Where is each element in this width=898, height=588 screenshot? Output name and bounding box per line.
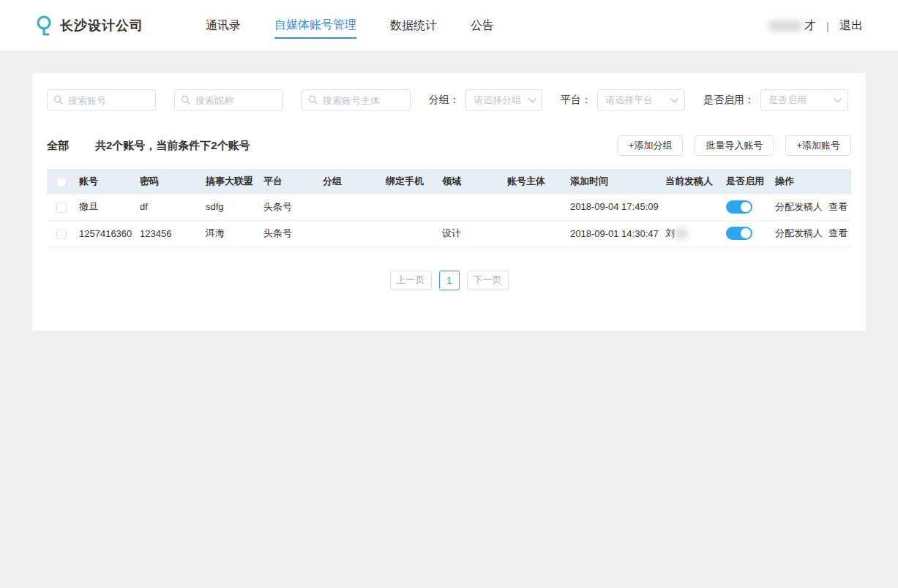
batch-import-button[interactable]: 批量导入账号: [695, 135, 774, 156]
table-header: 账号 密码 搞事大联盟 平台 分组 绑定手机 领域 账号主体 添加时间 当前发稿…: [47, 169, 851, 194]
cell-group: [320, 194, 383, 220]
nav-item-contacts[interactable]: 通讯录: [206, 14, 241, 38]
view-link[interactable]: 查看: [828, 201, 848, 212]
filter-row: 分组： 请选择分组 平台： 请选择平台 是否启用：: [47, 88, 851, 111]
group-filter-label: 分组：: [429, 94, 460, 107]
search-subject-box: [302, 89, 411, 111]
all-tab[interactable]: 全部: [47, 139, 69, 153]
account-count-text: 共2个账号，当前条件下2个账号: [95, 139, 250, 153]
username-visible-text: 才: [804, 18, 816, 34]
cell-field: [439, 194, 504, 220]
search-nickname-input[interactable]: [174, 89, 283, 111]
platform-select[interactable]: 请选择平台: [597, 89, 685, 111]
prev-page-button[interactable]: 上一页: [390, 271, 432, 290]
add-group-button[interactable]: +添加分组: [618, 135, 684, 156]
cell-subject: [504, 194, 567, 220]
view-link[interactable]: 查看: [828, 227, 848, 238]
brand: 长沙设计公司: [35, 15, 143, 37]
platform-select-placeholder: 请选择平台: [605, 94, 653, 107]
toggle-knob: [741, 202, 751, 212]
table-row: 撒旦 df sdfg 头条号 2018-09-04 17:45:09 分配发稿人…: [47, 194, 851, 220]
publisher-visible-text: 刘: [665, 227, 675, 240]
cell-publisher: 刘: [662, 220, 723, 246]
user-divider: |: [826, 20, 829, 32]
enable-toggle[interactable]: [726, 227, 752, 240]
main-nav: 通讯录 自媒体账号管理 数据统计 公告: [206, 13, 494, 39]
accounts-table: 账号 密码 搞事大联盟 平台 分组 绑定手机 领域 账号主体 添加时间 当前发稿…: [47, 169, 851, 247]
header-phone: 绑定手机: [383, 169, 439, 194]
company-logo-icon: [35, 15, 53, 37]
platform-filter-label: 平台：: [561, 94, 591, 107]
user-area: 才 | 退出: [768, 18, 863, 34]
header-password: 密码: [137, 169, 203, 194]
enable-toggle[interactable]: [726, 200, 752, 214]
cell-field: 设计: [439, 220, 504, 246]
group-select-placeholder: 请选择分组: [474, 94, 521, 107]
group-select[interactable]: 请选择分组: [465, 89, 542, 111]
cell-password: df: [137, 194, 203, 220]
cell-nickname: 洱海: [203, 220, 261, 246]
search-subject-input[interactable]: [302, 89, 411, 111]
cell-platform: 头条号: [261, 220, 320, 246]
select-all-checkbox[interactable]: [56, 177, 67, 187]
platform-filter: 平台： 请选择平台: [561, 89, 685, 111]
search-account-box: [47, 89, 156, 111]
chevron-down-icon: [670, 98, 678, 103]
header-account: 账号: [76, 169, 137, 194]
cell-nickname: sdfg: [203, 194, 261, 220]
search-account-input[interactable]: [47, 89, 156, 111]
assign-publisher-link[interactable]: 分配发稿人: [775, 227, 823, 238]
cell-group: [320, 220, 383, 246]
header-publisher: 当前发稿人: [662, 169, 723, 194]
logout-button[interactable]: 退出: [839, 18, 863, 34]
header-platform: 平台: [261, 169, 320, 194]
chevron-down-icon: [528, 98, 536, 103]
enabled-filter: 是否启用： 是否启用: [703, 89, 848, 111]
toggle-knob: [741, 228, 751, 238]
header-subject: 账号主体: [504, 169, 567, 194]
header-nickname: 搞事大联盟: [203, 169, 261, 194]
header-group: 分组: [320, 169, 383, 194]
group-filter: 分组： 请选择分组: [429, 89, 542, 111]
cell-account: 1257416360: [76, 220, 137, 246]
pagination: 上一页 1 下一页: [47, 271, 851, 290]
action-buttons: +添加分组 批量导入账号 +添加账号: [618, 135, 851, 156]
cell-publisher: [662, 194, 723, 220]
summary-row: 全部 共2个账号，当前条件下2个账号 +添加分组 批量导入账号 +添加账号: [47, 135, 851, 156]
publisher-blur-overlay: [675, 228, 688, 239]
chevron-down-icon: [834, 98, 842, 103]
username-blur-overlay: [768, 20, 803, 31]
page-number-1[interactable]: 1: [439, 271, 460, 290]
header-enabled: 是否启用: [723, 169, 772, 194]
top-navigation-bar: 长沙设计公司 通讯录 自媒体账号管理 数据统计 公告 才 | 退出: [0, 0, 898, 52]
nav-item-announcement[interactable]: 公告: [471, 14, 494, 38]
row-checkbox[interactable]: [56, 203, 67, 213]
cell-added-time: 2018-09-01 14:30:47: [567, 220, 662, 246]
enabled-filter-label: 是否启用：: [703, 94, 755, 107]
enabled-select[interactable]: 是否启用: [760, 89, 848, 111]
enabled-select-placeholder: 是否启用: [768, 94, 807, 107]
row-checkbox[interactable]: [56, 229, 67, 239]
cell-phone: [383, 194, 439, 220]
header-added-time: 添加时间: [567, 169, 662, 194]
header-operations: 操作: [772, 169, 851, 194]
table-row: 1257416360 123456 洱海 头条号 设计 2018-09-01 1…: [47, 220, 851, 246]
cell-phone: [383, 220, 439, 246]
cell-platform: 头条号: [261, 194, 320, 220]
nav-item-data-statistics[interactable]: 数据统计: [390, 14, 437, 38]
cell-subject: [504, 220, 567, 246]
cell-password: 123456: [137, 220, 203, 246]
main-content: 分组： 请选择分组 平台： 请选择平台 是否启用：: [0, 52, 898, 352]
header-field: 领域: [439, 169, 504, 194]
next-page-button[interactable]: 下一页: [467, 271, 509, 290]
cell-account: 撒旦: [76, 194, 137, 220]
cell-added-time: 2018-09-04 17:45:09: [567, 194, 662, 220]
assign-publisher-link[interactable]: 分配发稿人: [775, 201, 823, 212]
account-management-card: 分组： 请选择分组 平台： 请选择平台 是否启用：: [32, 73, 866, 331]
company-name: 长沙设计公司: [60, 17, 143, 34]
search-nickname-box: [174, 89, 283, 111]
username: 才: [768, 18, 816, 34]
add-account-button[interactable]: +添加账号: [785, 135, 851, 156]
nav-item-media-account-management[interactable]: 自媒体账号管理: [274, 13, 356, 39]
